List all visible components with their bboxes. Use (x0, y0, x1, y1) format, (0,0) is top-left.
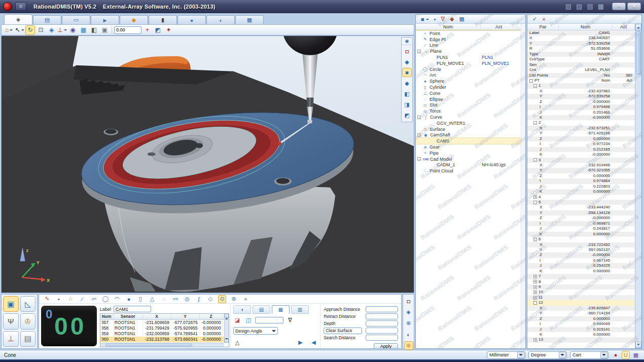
scroll-up-button[interactable] (635, 24, 641, 30)
prop-row[interactable]: K 0.000000 (527, 189, 641, 194)
toolbar-icon[interactable]: ↖ (15, 25, 24, 35)
erase-icon[interactable]: ◪ (233, 316, 241, 324)
ribbon-tab[interactable]: ▤ (33, 15, 61, 24)
prop-row[interactable]: - 2 (527, 120, 641, 125)
ribbon-tab[interactable]: ► (91, 15, 119, 24)
prop-row[interactable]: I 0.979496 (527, 104, 641, 110)
scroll-down-button[interactable] (635, 342, 641, 348)
prop-expander[interactable]: + (533, 291, 537, 294)
close-button[interactable]: × (627, 3, 641, 10)
toolbar-icon[interactable]: ✦ (164, 25, 173, 35)
tree-item[interactable]: ⊛ Gear (416, 144, 525, 150)
prop-row[interactable]: J 0.315141 (527, 327, 641, 332)
prop-row[interactable]: + 4 (527, 195, 641, 200)
prop-row[interactable]: + 10 (527, 289, 641, 295)
tree-toolbar-icon[interactable]: ▦ (459, 16, 464, 22)
feature-icon[interactable]: ◠ (113, 295, 121, 303)
prop-row[interactable]: - 6 (527, 237, 641, 242)
feature-icon[interactable]: • (55, 295, 63, 303)
tree-item[interactable]: - ◉ CamShaft (416, 132, 525, 138)
tree-item[interactable]: • Point (416, 30, 525, 37)
apply-button[interactable]: Apply (374, 343, 398, 349)
feature-icon[interactable]: ◌ (160, 295, 168, 303)
prop-row[interactable]: Y -570.321055 (527, 168, 641, 173)
prop-row[interactable]: Y -571.426196 (527, 131, 641, 136)
titlebar-tool-icon[interactable]: ▤ (587, 3, 593, 10)
prop-row[interactable]: Y -560.714154 (527, 311, 641, 316)
prop-row[interactable]: K 0.000000 (527, 269, 641, 274)
view-mode-icon[interactable]: ■ (402, 68, 412, 77)
tree-item[interactable]: - CAD Cad Model (416, 156, 525, 162)
props-toolbar-icon[interactable]: × (542, 16, 545, 22)
prop-row[interactable]: I 0.949045 (527, 321, 641, 327)
filter-play-icon[interactable]: ▶ (296, 338, 304, 346)
prop-row[interactable]: I 0.974864 (527, 178, 641, 184)
prop-expander[interactable]: + (533, 195, 537, 199)
label-input[interactable] (114, 306, 151, 312)
prop-expander[interactable]: - (533, 238, 537, 241)
tree-item[interactable]: ◇ Surface (416, 126, 525, 132)
prop-row[interactable]: I 0.977234 (527, 141, 641, 147)
table-hscrollbar[interactable] (100, 343, 224, 347)
prop-row[interactable]: J 0.212165 (527, 147, 641, 152)
prop-row[interactable]: Crd LEVEL_PLN1 (527, 67, 641, 73)
feature-icon[interactable]: ≈ (241, 295, 249, 303)
mode-button[interactable]: ♔ (20, 313, 36, 329)
prop-row[interactable]: Y -558.134128 (527, 210, 641, 215)
prop-row[interactable]: + 13 (527, 337, 641, 342)
ribbon-tab[interactable]: ▦ (235, 15, 264, 24)
tree-item[interactable]: PLN1 PLN1 (416, 54, 525, 60)
strip-icon[interactable]: ◈ (404, 308, 413, 316)
tree-item[interactable]: - ▱ Plane (416, 48, 525, 54)
prop-row[interactable]: Y -572.539258 (527, 94, 641, 99)
prop-row[interactable]: J 0.254225 (527, 263, 641, 268)
prop-expander[interactable]: - (533, 121, 537, 125)
prop-row[interactable]: J 0.222803 (527, 184, 641, 189)
prop-row[interactable]: R 51.053606 (527, 46, 641, 51)
prop-row[interactable]: K 0.000000 (527, 232, 641, 237)
prop-expander[interactable]: + (533, 296, 537, 300)
feature-icon[interactable]: ◎ (183, 295, 191, 303)
feature-icon[interactable]: ◇ (206, 295, 214, 303)
toolbar-icon[interactable]: ⊥ (57, 25, 67, 35)
tree-expander[interactable]: - (417, 50, 421, 53)
table-row[interactable]: 359 ROOTSN1 -232.000859 -574.789541 0.00… (100, 331, 229, 337)
prop-expander[interactable] (533, 301, 537, 305)
toolbar-icon[interactable]: ↻ (25, 25, 35, 35)
prop-row[interactable]: + 7 (527, 274, 641, 279)
mode-button[interactable]: Ψ (3, 313, 19, 329)
prop-row[interactable]: + 8 (527, 279, 641, 284)
prop-row[interactable]: X -232.437962 (527, 89, 641, 94)
tree-expander[interactable]: - (417, 116, 421, 119)
minimize-button[interactable]: – (612, 3, 626, 10)
tree-expander[interactable]: - (417, 157, 421, 161)
angle-icon[interactable]: △ (233, 338, 241, 346)
viewport-3d[interactable]: z Y X ◉ ◘◆■◆◧◨◩ (1, 35, 414, 293)
prop-row[interactable]: Y 557.052137 (527, 247, 641, 252)
param-input[interactable] (366, 320, 398, 327)
status-icon[interactable]: ● (612, 351, 620, 359)
prop-row[interactable]: Type INNER (527, 52, 641, 57)
tree-item[interactable]: CAM1 (416, 138, 525, 144)
view-mode-icon[interactable]: ◆ (402, 79, 412, 88)
prop-row[interactable]: K 0.000000 (527, 332, 641, 337)
erase-icon[interactable]: ◫ (244, 316, 253, 324)
titlebar-tool-icon[interactable]: ▧ (565, 3, 571, 10)
feature-icon[interactable]: ▯ (136, 295, 145, 303)
view-mode-icon[interactable]: ◩ (402, 111, 412, 120)
prop-row[interactable]: Sen (527, 62, 641, 67)
prop-row[interactable]: X 232.919496 (527, 163, 641, 168)
feature-icon[interactable]: ∕ (78, 295, 86, 303)
evaluation-tab[interactable]: ▤ (253, 305, 270, 314)
mode-button[interactable]: ▣ (3, 296, 19, 312)
view-mode-icon[interactable]: ◧ (402, 89, 412, 98)
prop-expander[interactable] (529, 79, 533, 83)
feature-icon[interactable]: ⊙ (218, 295, 226, 303)
tree-item[interactable]: ∷ Point Cloud (416, 168, 525, 174)
tree-item[interactable]: PLN_MOVE1 PLN_MOVE1 (416, 60, 525, 66)
prop-row[interactable]: - 5 (527, 200, 641, 205)
tree-item[interactable]: ● Sphere (416, 78, 525, 84)
units-select[interactable]: Cart (570, 351, 609, 359)
view-mode-icon[interactable]: ◨ (402, 100, 412, 109)
prop-row[interactable]: Z 0.000000 (527, 173, 641, 178)
